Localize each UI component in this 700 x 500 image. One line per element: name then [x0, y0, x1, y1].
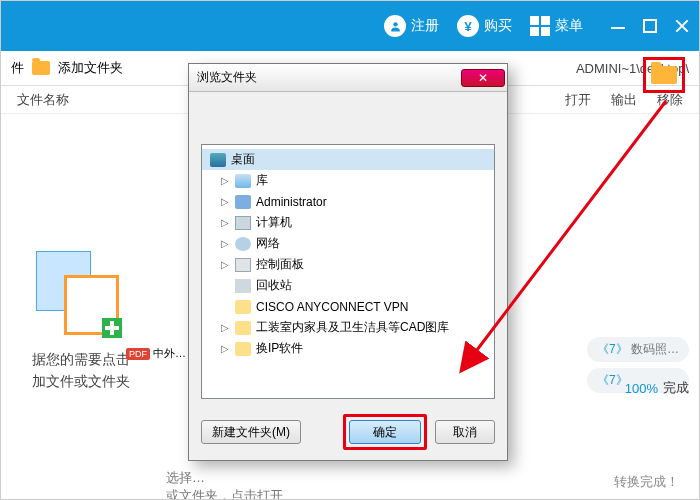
- menu-icon: [530, 16, 550, 36]
- ic-folder: [235, 342, 251, 356]
- tree-node-label: 计算机: [256, 214, 292, 231]
- tree-node[interactable]: CISCO ANYCONNECT VPN: [202, 296, 494, 317]
- expand-icon[interactable]: ▷: [220, 239, 230, 249]
- expand-icon[interactable]: ▷: [220, 197, 230, 207]
- drop-hint-panel: 据您的需要点击 加文件或文件夹: [6, 251, 156, 393]
- drop-hint-line2: 加文件或文件夹: [6, 370, 156, 392]
- tree-node[interactable]: ▷计算机: [202, 212, 494, 233]
- tree-node-label: Administrator: [256, 195, 327, 209]
- expand-icon[interactable]: ▷: [220, 218, 230, 228]
- tree-node-label: 回收站: [256, 277, 292, 294]
- menu-label: 菜单: [555, 17, 583, 35]
- tree-node-label: 网络: [256, 235, 280, 252]
- tree-node[interactable]: ▷库: [202, 170, 494, 191]
- ic-cpl: [235, 258, 251, 272]
- buy-button[interactable]: ¥ 购买: [457, 15, 512, 37]
- minimize-button[interactable]: [611, 19, 625, 33]
- new-folder-button[interactable]: 新建文件夹(M): [201, 420, 301, 444]
- tree-node[interactable]: ▷工装室内家具及卫生洁具等CAD图库: [202, 317, 494, 338]
- ic-folder: [235, 321, 251, 335]
- browse-folder-button[interactable]: [643, 57, 685, 93]
- tree-node-label: 控制面板: [256, 256, 304, 273]
- window-close-button[interactable]: [675, 19, 689, 33]
- tree-node-label: 库: [256, 172, 268, 189]
- tree-node[interactable]: ▷换IP软件: [202, 338, 494, 359]
- expand-icon[interactable]: ▷: [220, 260, 230, 270]
- ic-pc: [235, 216, 251, 230]
- dialog-close-button[interactable]: ✕: [461, 69, 505, 87]
- dialog-title: 浏览文件夹: [197, 69, 257, 86]
- col-remove[interactable]: 移除: [657, 91, 683, 109]
- tree-node[interactable]: ▷网络: [202, 233, 494, 254]
- expand-icon[interactable]: ▷: [220, 176, 230, 186]
- register-label: 注册: [411, 17, 439, 35]
- ic-lib: [235, 174, 251, 188]
- browse-dialog: 浏览文件夹 ✕ 桌面▷库▷Administrator▷计算机▷网络▷控制面板回收…: [188, 63, 508, 461]
- pdf-badge: PDF: [126, 348, 150, 360]
- menu-button[interactable]: 菜单: [530, 16, 583, 36]
- col-name: 文件名称: [17, 91, 69, 109]
- expand-icon[interactable]: ▷: [220, 323, 230, 333]
- expand-icon[interactable]: ▷: [220, 344, 230, 354]
- tree-node[interactable]: 回收站: [202, 275, 494, 296]
- progress-label: 100%完成: [625, 379, 689, 397]
- window-controls: [611, 19, 689, 33]
- expand-icon[interactable]: [220, 281, 230, 291]
- document-stack-icon: [36, 251, 126, 336]
- register-button[interactable]: 注册: [384, 15, 439, 37]
- maximize-button[interactable]: [643, 19, 657, 33]
- ic-bin: [235, 279, 251, 293]
- tree-node-label: 工装室内家具及卫生洁具等CAD图库: [256, 319, 449, 336]
- add-folder-label[interactable]: 添加文件夹: [58, 59, 123, 77]
- col-export[interactable]: 输出: [611, 91, 637, 109]
- svg-point-0: [393, 22, 397, 26]
- buy-label: 购买: [484, 17, 512, 35]
- tree-node-label: 桌面: [231, 151, 255, 168]
- dialog-buttons: 新建文件夹(M) 确定 取消: [201, 414, 495, 450]
- titlebar: 注册 ¥ 购买 菜单: [1, 1, 699, 51]
- ok-button[interactable]: 确定: [349, 420, 421, 444]
- ic-user: [235, 195, 251, 209]
- done-label: 转换完成！: [614, 473, 679, 491]
- col-open[interactable]: 打开: [565, 91, 591, 109]
- user-icon: [384, 15, 406, 37]
- dialog-titlebar: 浏览文件夹 ✕: [189, 64, 507, 92]
- tree-node-label: CISCO ANYCONNECT VPN: [256, 300, 408, 314]
- ic-desktop: [210, 153, 226, 167]
- ic-folder: [235, 300, 251, 314]
- pdf-text: 中外…: [153, 347, 186, 359]
- output-chip: 《7》 数码照…: [587, 337, 689, 362]
- toolbar-file-label: 件: [11, 59, 24, 77]
- tree-node[interactable]: ▷Administrator: [202, 191, 494, 212]
- ok-highlight: 确定: [343, 414, 427, 450]
- tree-node[interactable]: 桌面: [202, 149, 494, 170]
- pdf-item: PDF 中外…: [126, 346, 186, 361]
- expand-icon[interactable]: [220, 302, 230, 312]
- folder-icon: [32, 61, 50, 75]
- cancel-button[interactable]: 取消: [435, 420, 495, 444]
- tree-node[interactable]: ▷控制面板: [202, 254, 494, 275]
- bottom-hint: 选择…或文件夹，点击打开: [166, 469, 283, 500]
- ic-net: [235, 237, 251, 251]
- folder-tree[interactable]: 桌面▷库▷Administrator▷计算机▷网络▷控制面板回收站CISCO A…: [201, 144, 495, 399]
- currency-icon: ¥: [457, 15, 479, 37]
- tree-node-label: 换IP软件: [256, 340, 303, 357]
